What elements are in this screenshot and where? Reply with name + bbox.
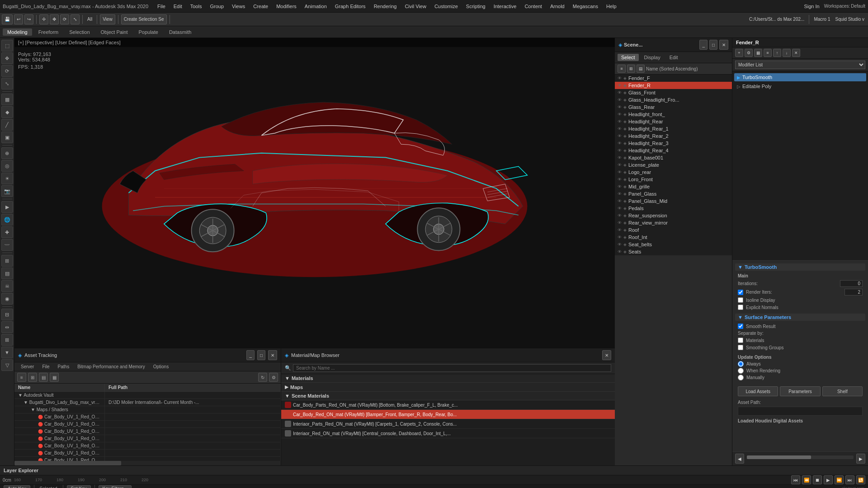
list-item[interactable]: 👁 ◈ Headlight_Rear_1: [615, 125, 732, 132]
render-icon[interactable]: ◈: [623, 119, 627, 124]
list-item[interactable]: 👁 ◈ License_plate: [615, 161, 732, 169]
tool-helper[interactable]: ✚: [1, 226, 13, 238]
tool-space-warp[interactable]: 〰: [1, 239, 13, 251]
tab-object-paint[interactable]: Object Paint: [96, 28, 132, 36]
visibility-icon[interactable]: 👁: [618, 163, 622, 167]
visibility-icon[interactable]: 👁: [618, 112, 622, 117]
render-icon[interactable]: ◈: [623, 199, 627, 203]
list-item[interactable]: 👁 ◈ Seats: [615, 248, 732, 255]
render-icon[interactable]: ◈: [623, 105, 627, 109]
menu-customize[interactable]: Customize: [431, 3, 462, 10]
key-filters-btn[interactable]: Key Filters...: [99, 485, 132, 488]
visibility-icon[interactable]: 👁: [618, 76, 622, 80]
visibility-icon[interactable]: 👁: [618, 235, 622, 239]
render-icon[interactable]: ◈: [623, 127, 627, 131]
always-radio[interactable]: [738, 361, 744, 367]
visibility-icon[interactable]: 👁: [618, 213, 622, 218]
at-menu-file[interactable]: File: [38, 364, 53, 370]
list-item[interactable]: 👁 ◈ Roof_Int: [615, 234, 732, 241]
shelf-btn[interactable]: Shelf: [822, 386, 863, 396]
at-menu-options[interactable]: Options: [150, 364, 172, 370]
tab-populate[interactable]: Populate: [134, 28, 162, 36]
menu-help[interactable]: Help: [603, 3, 620, 10]
scene-close[interactable]: ✕: [719, 40, 728, 50]
menu-group[interactable]: Group: [206, 3, 227, 10]
list-item[interactable]: 👁 ◈ Glass_Headlight_Fro...: [615, 96, 732, 103]
tool-polygon[interactable]: ▦: [1, 94, 13, 105]
modifier-item-turbosmooth[interactable]: ▶ TurboSmooth: [734, 73, 866, 81]
modifier-item-editable-poly[interactable]: ▷ Editable Poly: [734, 82, 866, 90]
tool-edge[interactable]: ╱: [1, 119, 13, 131]
manually-radio[interactable]: [738, 375, 744, 380]
menu-file[interactable]: File: [154, 3, 169, 10]
playback-last[interactable]: ⏭: [845, 475, 854, 484]
redo-btn[interactable]: ↪: [24, 14, 33, 24]
visibility-icon[interactable]: 👁: [618, 148, 622, 153]
tool-array[interactable]: ⊞: [1, 334, 13, 346]
smooth-result-check[interactable]: [738, 324, 743, 329]
mb-search-input[interactable]: [293, 364, 611, 372]
playback-stop[interactable]: ⏹: [813, 475, 822, 484]
at-menu-paths[interactable]: Paths: [54, 364, 73, 370]
auto-key-btn[interactable]: Auto Key: [4, 485, 30, 488]
tool-skin[interactable]: ◉: [1, 293, 13, 305]
at-menu-server[interactable]: Server: [17, 364, 38, 370]
list-item[interactable]: 👁 ◈ Headlight_Rear: [615, 118, 732, 125]
visibility-icon[interactable]: 👁: [618, 105, 622, 109]
at-tb-grid[interactable]: ⊞: [28, 373, 37, 382]
rotate-btn[interactable]: ⟳: [60, 14, 69, 24]
list-item[interactable]: 👁 ◈ Roof: [615, 226, 732, 234]
render-icon[interactable]: ◈: [623, 148, 627, 153]
render-icon[interactable]: ◈: [623, 192, 627, 196]
playback-prev[interactable]: ⏪: [802, 475, 811, 484]
list-item[interactable]: 👁 ◈ Panel_Glass: [615, 190, 732, 197]
tool-camera[interactable]: 📷: [1, 185, 13, 197]
menu-scripting[interactable]: Scripting: [462, 3, 489, 10]
list-item[interactable]: 👁 ◈ Fender_R: [615, 82, 732, 89]
render-icon[interactable]: ◈: [623, 228, 627, 232]
list-item[interactable]: 👁 ◈ Headlight_front_: [615, 111, 732, 118]
list-item[interactable]: 👁 ◈ Loro_Front: [615, 176, 732, 183]
menu-graph-editors[interactable]: Graph Editors: [331, 3, 369, 10]
list-item[interactable]: 👁 ◈ Rear_view_mirror: [615, 219, 732, 226]
visibility-icon[interactable]: 👁: [618, 249, 622, 254]
visibility-icon[interactable]: 👁: [618, 127, 622, 131]
mod-tb-7[interactable]: ✕: [792, 49, 800, 57]
render-icon[interactable]: ◈: [623, 134, 627, 138]
scene-tb-btn1[interactable]: ≡: [618, 65, 626, 73]
isoline-check[interactable]: [738, 297, 743, 303]
tool-env[interactable]: 🌐: [1, 214, 13, 225]
list-item[interactable]: 👁 ◈ Rear_suspension: [615, 212, 732, 219]
mb-section-materials[interactable]: ▼ Materials: [281, 374, 615, 383]
render-iters-check[interactable]: [738, 290, 743, 295]
save-btn[interactable]: 💾: [2, 14, 13, 24]
tool-move[interactable]: ✥: [1, 52, 13, 64]
at-scrollbar-h[interactable]: [14, 461, 281, 465]
playback-first[interactable]: ⏮: [791, 475, 800, 484]
move-btn[interactable]: ✥: [50, 14, 59, 24]
tool-rotate[interactable]: ⟳: [1, 65, 13, 77]
when-rendering-radio[interactable]: [738, 368, 744, 374]
select-btn[interactable]: ✢: [39, 14, 48, 24]
menu-content[interactable]: Content: [521, 3, 546, 10]
menu-interactive[interactable]: Interactive: [490, 3, 520, 10]
mb-section-maps[interactable]: ▶ Maps: [281, 383, 615, 392]
playback-play[interactable]: ▶: [824, 475, 833, 484]
visibility-icon[interactable]: 👁: [618, 192, 622, 196]
menu-create[interactable]: Create: [250, 3, 272, 10]
tool-render[interactable]: ▶: [1, 201, 13, 213]
visibility-icon[interactable]: 👁: [618, 199, 622, 203]
tool-material[interactable]: ◎: [1, 160, 13, 172]
at-minimize[interactable]: _: [246, 350, 255, 360]
scroll-right-btn[interactable]: ▶: [856, 454, 865, 464]
list-item[interactable]: 🔴Car_Body_UV_1_Red_ON_Fresnel.png: [14, 421, 281, 428]
visibility-icon[interactable]: 👁: [618, 134, 622, 138]
render-icon[interactable]: ◈: [623, 170, 627, 174]
render-icon[interactable]: ◈: [623, 163, 627, 167]
menu-modifiers[interactable]: Modifiers: [273, 3, 300, 10]
visibility-icon[interactable]: 👁: [618, 184, 622, 189]
menu-animation[interactable]: Animation: [301, 3, 330, 10]
tab-edit[interactable]: Edit: [666, 54, 682, 61]
iterations-input[interactable]: [840, 280, 863, 287]
tab-freeform[interactable]: Freeform: [34, 28, 63, 36]
